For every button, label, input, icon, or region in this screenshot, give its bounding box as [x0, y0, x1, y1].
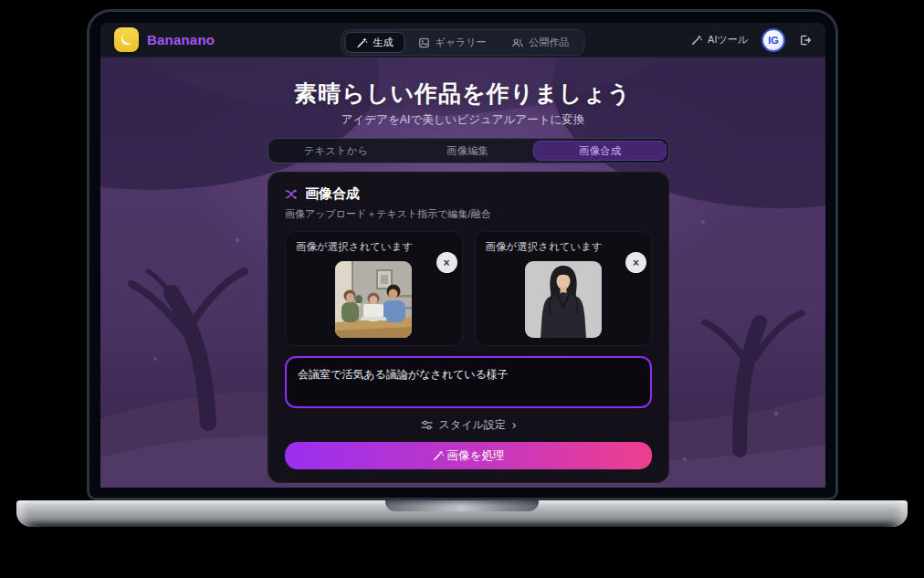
- ai-tools-label: AIツール: [708, 33, 748, 47]
- main-nav: 生成 ギャラリー: [341, 29, 584, 56]
- close-icon[interactable]: ×: [436, 252, 457, 273]
- ai-tools-button[interactable]: AIツール: [691, 33, 748, 47]
- tab-image-compose[interactable]: 画像合成: [533, 141, 667, 161]
- style-settings-button[interactable]: スタイル設定 ›: [285, 416, 652, 433]
- process-image-button[interactable]: 画像を処理: [285, 442, 652, 469]
- image-slots: 画像が選択されています: [285, 231, 652, 346]
- logout-icon[interactable]: [799, 34, 812, 47]
- panel-subtitle: 画像アップロード＋テキスト指示で編集/融合: [285, 207, 652, 221]
- slot-status: 画像が選択されています: [486, 240, 642, 254]
- slot-status: 画像が選択されています: [296, 240, 452, 254]
- gallery-icon: [418, 37, 429, 48]
- nav-item-label: 公開作品: [530, 36, 570, 49]
- brand-name: Bananano: [147, 32, 215, 47]
- process-image-label: 画像を処理: [447, 448, 505, 464]
- app-screen: Bananano 生成 ギャラリー: [100, 23, 825, 488]
- uploaded-image-portrait: [525, 261, 602, 338]
- wand-icon: [433, 450, 444, 461]
- wand-icon: [691, 35, 702, 46]
- sliders-icon: [421, 419, 433, 431]
- tab-text-to-image[interactable]: テキストから: [270, 141, 402, 161]
- panel-title: 画像合成: [305, 185, 360, 203]
- people-icon: [512, 37, 524, 48]
- nav-item-gallery[interactable]: ギャラリー: [406, 32, 498, 53]
- banana-icon: [114, 27, 139, 52]
- brand[interactable]: Bananano: [114, 27, 215, 52]
- header-right: AIツール IG: [691, 28, 812, 52]
- page-title: 素晴らしい作品を作りましょう: [100, 79, 825, 109]
- uploaded-image-meeting: [335, 261, 412, 338]
- nav-item-public-works[interactable]: 公開作品: [500, 32, 582, 53]
- prompt-input[interactable]: 会議室で活気ある議論がなされている様子: [285, 356, 652, 408]
- chevron-right-icon: ›: [512, 417, 517, 432]
- mode-tabs: テキストから 画像編集 画像合成: [268, 138, 669, 163]
- image-slot-1[interactable]: 画像が選択されています: [285, 231, 463, 346]
- shuffle-icon: [285, 188, 298, 201]
- image-slot-2[interactable]: 画像が選択されています: [475, 231, 653, 346]
- avatar[interactable]: IG: [761, 28, 785, 52]
- image-compose-panel: 画像合成 画像アップロード＋テキスト指示で編集/融合 画像が選択されています: [268, 172, 669, 483]
- nav-item-label: ギャラリー: [435, 36, 486, 49]
- laptop-mockup: Bananano 生成 ギャラリー: [0, 0, 924, 578]
- page-subtitle: アイデアをAIで美しいビジュアルアートに変換: [100, 112, 825, 128]
- style-settings-label: スタイル設定: [439, 417, 506, 433]
- close-icon[interactable]: ×: [625, 252, 646, 273]
- wand-icon: [356, 37, 367, 48]
- tab-image-edit[interactable]: 画像編集: [402, 141, 533, 161]
- nav-item-generate[interactable]: 生成: [344, 32, 404, 53]
- app-header: Bananano 生成 ギャラリー: [100, 23, 825, 58]
- nav-item-label: 生成: [373, 36, 393, 49]
- laptop-base-notch: [385, 500, 539, 511]
